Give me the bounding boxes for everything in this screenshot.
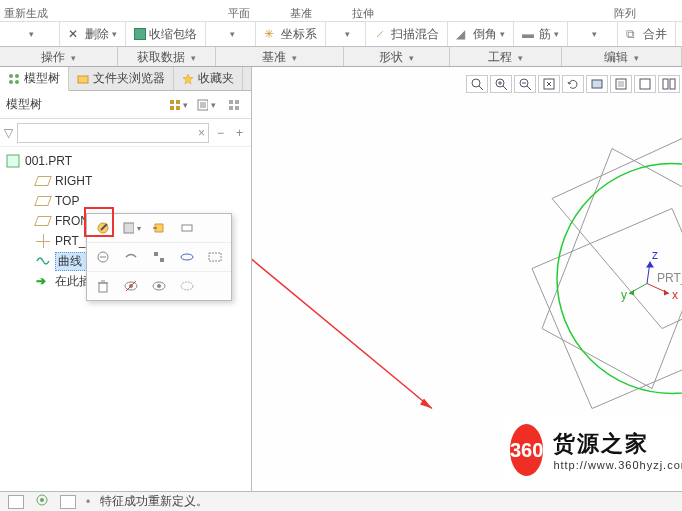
ctx-btn-7[interactable]	[149, 247, 169, 267]
expand-btn[interactable]: +	[232, 126, 247, 140]
regenerate-dropdown[interactable]: ▾	[0, 22, 60, 46]
ctx-btn-2[interactable]: ▾	[121, 218, 141, 238]
ctx-edit-definition[interactable]	[93, 218, 113, 238]
sweepblend-button[interactable]: ⟋ 扫描混合	[366, 22, 448, 46]
plane-icon	[34, 176, 52, 186]
tree-item-top[interactable]: TOP	[0, 191, 251, 211]
ctx-hide[interactable]	[121, 276, 141, 296]
svg-rect-17	[160, 258, 164, 262]
folder-icon	[77, 73, 89, 85]
display-style-button[interactable]	[586, 75, 608, 93]
plane-dropdown[interactable]: ▾	[206, 22, 256, 46]
ctx-btn-4[interactable]	[177, 218, 197, 238]
ctx-btn-5[interactable]	[93, 247, 113, 267]
tree-title: 模型树	[6, 96, 42, 113]
plane-icon	[34, 196, 52, 206]
svg-rect-7	[229, 100, 233, 104]
view-toolbar	[466, 75, 680, 93]
merge-button[interactable]: ⧉ 合并	[618, 22, 676, 46]
draft-button[interactable]: ◢ 倒角 ▾	[448, 22, 514, 46]
left-panel: 模型树 文件夹浏览器 收藏夹 模型树 ▾ ▾	[0, 67, 252, 510]
sb-icon-1[interactable]	[8, 495, 24, 509]
draft-icon: ◢	[456, 27, 470, 41]
group-shape: 形状 ▾	[344, 47, 450, 66]
tree-tool-1[interactable]: ▾	[167, 94, 189, 116]
svg-rect-14	[182, 225, 192, 231]
spin-button[interactable]	[562, 75, 584, 93]
svg-rect-37	[640, 79, 650, 89]
ctx-suppress[interactable]	[177, 276, 197, 296]
sweepblend-icon: ⟋	[374, 27, 388, 41]
sb-icon-2[interactable]	[34, 493, 50, 510]
tab-favorites[interactable]: 收藏夹	[174, 67, 243, 90]
group-getdata: 获取数据 ▾	[118, 47, 216, 66]
ribbon-commands: ▾ ✕ 删除 ▾ 收缩包络 ▾ ✳ 坐标系 ▾ ⟋ 扫描混合 ◢ 倒角 ▾ ▬ …	[0, 22, 682, 47]
group-datum: 基准 ▾	[216, 47, 344, 66]
zoom-window-button[interactable]	[466, 75, 488, 93]
csys-icon: ✳	[264, 27, 278, 41]
ctx-delete[interactable]	[93, 276, 113, 296]
tab-folder-label: 文件夹浏览器	[93, 70, 165, 87]
group-eng: 工程 ▾	[450, 47, 562, 66]
tree-tool-3[interactable]	[223, 94, 245, 116]
watermark: 360 货源之家 http://www.360hyzj.com	[502, 417, 682, 483]
svg-line-32	[527, 86, 531, 90]
zoom-out-button[interactable]	[514, 75, 536, 93]
ctx-btn-8[interactable]	[177, 247, 197, 267]
search-input[interactable]	[17, 123, 209, 143]
svg-point-0	[9, 74, 13, 78]
tree-item-right[interactable]: RIGHT	[0, 171, 251, 191]
svg-marker-5	[183, 74, 193, 84]
view-manager-button[interactable]	[634, 75, 656, 93]
star-icon	[182, 73, 194, 85]
rib-button[interactable]: ▬ 筋 ▾	[514, 22, 568, 46]
collapse-btn[interactable]: −	[213, 126, 228, 140]
more-views-button[interactable]	[658, 75, 680, 93]
svg-point-26	[181, 282, 193, 290]
svg-rect-4	[78, 76, 88, 83]
refit-button[interactable]	[538, 75, 560, 93]
shrinkwrap-icon	[134, 28, 146, 40]
svg-rect-11	[7, 155, 19, 167]
svg-point-2	[9, 80, 13, 84]
tab-model-tree[interactable]: 模型树	[0, 67, 69, 91]
filter-icon[interactable]: ▽	[4, 126, 13, 140]
tab-folder-browser[interactable]: 文件夹浏览器	[69, 67, 174, 90]
tree-root-label: 001.PRT	[25, 154, 72, 168]
group-ops: 操作 ▾	[0, 47, 118, 66]
clear-icon[interactable]: ×	[198, 126, 205, 140]
tree-tool-2[interactable]: ▾	[195, 94, 217, 116]
tree-tools: ▾ ▾	[167, 94, 245, 116]
pattern-dropdown[interactable]: ▾	[568, 22, 618, 46]
group-edit: 编辑 ▾	[562, 47, 682, 66]
svg-rect-8	[235, 100, 239, 104]
tree-item-label: RIGHT	[55, 174, 92, 188]
tree-root[interactable]: 001.PRT	[0, 151, 251, 171]
ctx-btn-6[interactable]	[121, 247, 141, 267]
svg-marker-44	[532, 209, 682, 409]
status-bar: • 特征成功重新定义。	[0, 491, 682, 511]
curve-icon	[36, 254, 50, 268]
svg-line-28	[479, 86, 483, 90]
delete-icon: ✕	[68, 27, 82, 41]
svg-marker-51	[646, 262, 654, 268]
csys-label: PRT_CSYS	[657, 271, 682, 285]
tab-favorites-label: 收藏夹	[198, 70, 234, 87]
extrude-dropdown[interactable]: ▾	[326, 22, 366, 46]
svg-rect-20	[99, 283, 107, 292]
ctx-show[interactable]	[149, 276, 169, 296]
sb-icon-3[interactable]	[60, 495, 76, 509]
svg-line-30	[503, 86, 507, 90]
watermark-url: http://www.360hyzj.com	[553, 459, 682, 471]
svg-point-1	[15, 74, 19, 78]
delete-button[interactable]: ✕ 删除 ▾	[60, 22, 126, 46]
shrinkwrap-button[interactable]: 收缩包络	[126, 22, 206, 46]
zoom-in-button[interactable]	[490, 75, 512, 93]
rib-icon: ▬	[522, 27, 536, 41]
part-icon	[6, 154, 20, 168]
svg-point-3	[15, 80, 19, 84]
csys-button[interactable]: ✳ 坐标系	[256, 22, 326, 46]
ctx-btn-3[interactable]	[149, 218, 169, 238]
ctx-btn-9[interactable]	[205, 247, 225, 267]
saved-views-button[interactable]	[610, 75, 632, 93]
